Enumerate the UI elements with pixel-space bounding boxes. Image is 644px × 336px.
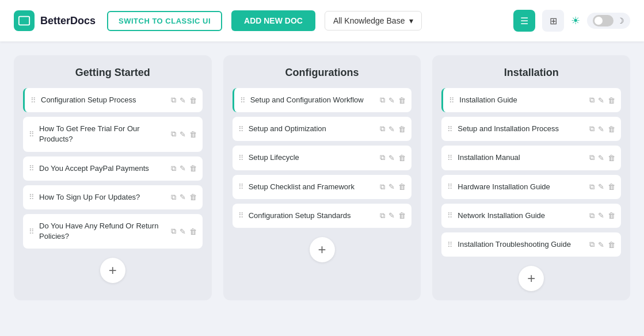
edit-icon[interactable]: ✎ (180, 164, 186, 173)
copy-icon[interactable]: ⧉ (589, 96, 595, 105)
list-item[interactable]: ⠿Installation Troubleshooting Guide⧉✎🗑 (441, 232, 621, 257)
doc-list-configurations: ⠿Setup and Configuration Workflow⧉✎🗑⠿Set… (233, 88, 412, 228)
add-item-button-installation[interactable]: + (519, 266, 544, 291)
list-item[interactable]: ⠿Configuration Setup Process⧉✎🗑 (23, 88, 203, 112)
delete-icon[interactable]: 🗑 (608, 96, 615, 105)
edit-icon[interactable]: ✎ (598, 154, 604, 162)
list-item[interactable]: ⠿Network Installation Guide⧉✎🗑 (441, 204, 621, 228)
copy-icon[interactable]: ⧉ (171, 164, 176, 173)
header-icons: ☰ ⊞ ☀ ☽ (513, 10, 630, 32)
delete-icon[interactable]: 🗑 (608, 211, 615, 220)
column-getting-started: Getting Started⠿Configuration Setup Proc… (14, 55, 212, 300)
list-item[interactable]: ⠿Setup Checklist and Framework⧉✎🗑 (233, 175, 412, 199)
column-installation: Installation⠿Installation Guide⧉✎🗑⠿Setup… (432, 55, 630, 300)
add-new-doc-button[interactable]: ADD NEW DOC (231, 10, 315, 31)
edit-icon[interactable]: ✎ (598, 182, 604, 191)
delete-icon[interactable]: 🗑 (398, 96, 406, 105)
copy-icon[interactable]: ⧉ (171, 227, 176, 236)
list-item[interactable]: ⠿How To Sign Up For Updates?⧉✎🗑 (23, 185, 203, 209)
doc-item-title: Setup and Optimization (249, 124, 376, 134)
copy-icon[interactable]: ⧉ (171, 129, 176, 139)
delete-icon[interactable]: 🗑 (608, 182, 615, 191)
edit-icon[interactable]: ✎ (180, 96, 186, 105)
delete-icon[interactable]: 🗑 (398, 154, 406, 162)
delete-icon[interactable]: 🗑 (608, 154, 615, 162)
list-item[interactable]: ⠿Hardware Installation Guide⧉✎🗑 (441, 175, 621, 199)
copy-icon[interactable]: ⧉ (171, 96, 176, 105)
delete-icon[interactable]: 🗑 (189, 130, 197, 139)
list-item[interactable]: ⠿Do You Accept PayPal Payments⧉✎🗑 (23, 156, 203, 181)
grid-view-button[interactable]: ⊞ (542, 10, 564, 32)
copy-icon[interactable]: ⧉ (589, 240, 595, 249)
doc-item-actions: ⧉✎🗑 (589, 124, 615, 133)
list-item[interactable]: ⠿Setup and Optimization⧉✎🗑 (233, 117, 412, 141)
drag-handle-icon: ⠿ (29, 130, 35, 139)
edit-icon[interactable]: ✎ (388, 182, 395, 191)
edit-icon[interactable]: ✎ (598, 96, 604, 105)
add-item-button-configurations[interactable]: + (310, 237, 335, 262)
doc-item-actions: ⧉✎🗑 (589, 211, 615, 220)
edit-icon[interactable]: ✎ (598, 125, 604, 133)
list-item[interactable]: ⠿How To Get Free Trial For Our Products?… (23, 117, 203, 151)
edit-icon[interactable]: ✎ (388, 211, 395, 220)
edit-icon[interactable]: ✎ (598, 240, 604, 249)
edit-icon[interactable]: ✎ (388, 96, 395, 105)
copy-icon[interactable]: ⧉ (589, 153, 595, 162)
list-item[interactable]: ⠿Do You Have Any Refund Or Return Polici… (23, 214, 203, 249)
doc-item-actions: ⧉✎🗑 (380, 211, 406, 220)
doc-list-getting-started: ⠿Configuration Setup Process⧉✎🗑⠿How To G… (23, 88, 203, 249)
list-view-button[interactable]: ☰ (513, 10, 535, 32)
delete-icon[interactable]: 🗑 (398, 125, 406, 133)
doc-item-actions: ⧉✎🗑 (589, 182, 615, 192)
copy-icon[interactable]: ⧉ (380, 124, 385, 133)
copy-icon[interactable]: ⧉ (380, 211, 385, 220)
delete-icon[interactable]: 🗑 (398, 182, 406, 191)
edit-icon[interactable]: ✎ (388, 154, 395, 162)
edit-icon[interactable]: ✎ (388, 125, 395, 133)
delete-icon[interactable]: 🗑 (189, 193, 197, 201)
edit-icon[interactable]: ✎ (180, 130, 186, 139)
theme-toggle-track[interactable] (593, 15, 613, 26)
copy-icon[interactable]: ⧉ (380, 153, 385, 162)
list-item[interactable]: ⠿Installation Manual⧉✎🗑 (441, 146, 621, 170)
delete-icon[interactable]: 🗑 (608, 125, 615, 133)
copy-icon[interactable]: ⧉ (171, 193, 176, 202)
copy-icon[interactable]: ⧉ (380, 96, 385, 105)
add-item-button-getting-started[interactable]: + (100, 258, 125, 283)
header: BetterDocs SWITCH TO CLASSIC UI ADD NEW … (0, 0, 644, 41)
delete-icon[interactable]: 🗑 (189, 227, 197, 236)
copy-icon[interactable]: ⧉ (589, 124, 595, 133)
doc-item-title: Network Installation Guide (458, 211, 585, 221)
drag-handle-icon: ⠿ (447, 211, 453, 220)
list-item[interactable]: ⠿Setup Lifecycle⧉✎🗑 (233, 146, 412, 170)
drag-handle-icon: ⠿ (29, 164, 35, 173)
copy-icon[interactable]: ⧉ (589, 182, 595, 192)
list-item[interactable]: ⠿Setup and Installation Process⧉✎🗑 (441, 117, 621, 141)
list-item[interactable]: ⠿Configuration Setup Standards⧉✎🗑 (233, 204, 412, 228)
drag-handle-icon: ⠿ (31, 96, 36, 105)
doc-item-actions: ⧉✎🗑 (589, 240, 615, 249)
doc-item-title: Setup Lifecycle (249, 152, 376, 163)
list-item[interactable]: ⠿Installation Guide⧉✎🗑 (441, 88, 621, 112)
drag-handle-icon: ⠿ (238, 211, 244, 220)
delete-icon[interactable]: 🗑 (608, 240, 615, 249)
doc-item-title: Setup and Configuration Workflow (250, 95, 376, 105)
delete-icon[interactable]: 🗑 (189, 164, 197, 173)
edit-icon[interactable]: ✎ (180, 227, 186, 236)
copy-icon[interactable]: ⧉ (589, 211, 595, 220)
copy-icon[interactable]: ⧉ (380, 182, 385, 192)
drag-handle-icon: ⠿ (29, 227, 35, 236)
switch-to-classic-button[interactable]: SWITCH TO CLASSIC UI (107, 11, 222, 31)
logo-area: BetterDocs (14, 10, 96, 31)
column-configurations: Configurations⠿Setup and Configuration W… (223, 55, 421, 300)
delete-icon[interactable]: 🗑 (189, 96, 197, 105)
theme-toggle-area[interactable]: ☽ (587, 13, 630, 29)
doc-item-title: Do You Accept PayPal Payments (39, 163, 166, 174)
doc-item-actions: ⧉✎🗑 (589, 96, 615, 105)
list-icon: ☰ (520, 16, 528, 26)
list-item[interactable]: ⠿Setup and Configuration Workflow⧉✎🗑 (233, 88, 412, 112)
edit-icon[interactable]: ✎ (598, 211, 604, 220)
delete-icon[interactable]: 🗑 (398, 211, 406, 220)
knowledge-base-dropdown[interactable]: All Knowledge Base ▾ (325, 11, 422, 30)
edit-icon[interactable]: ✎ (180, 193, 186, 201)
